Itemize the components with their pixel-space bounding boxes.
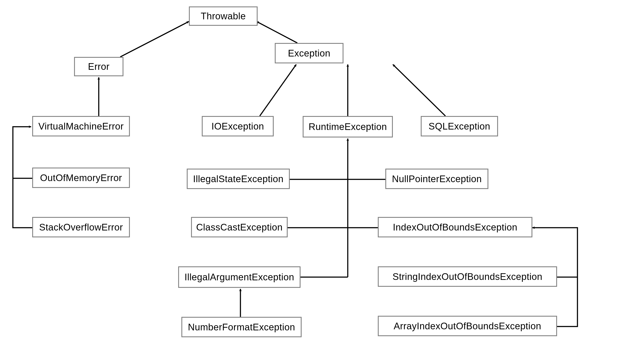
node-illegalargumentexception: IllegalArgumentException	[178, 266, 300, 288]
node-label: StackOverflowError	[39, 222, 123, 233]
node-sqlexception: SQLException	[421, 116, 498, 136]
node-numberformatexception: NumberFormatException	[182, 317, 302, 337]
edge-error-throwable	[120, 22, 189, 57]
node-throwable: Throwable	[189, 7, 258, 26]
node-classcastexception: ClassCastException	[191, 217, 288, 237]
node-label: IllegalArgumentException	[184, 272, 294, 282]
node-exception: Exception	[275, 43, 344, 63]
node-label: StringIndexOutOfBoundsException	[393, 271, 542, 282]
node-label: ClassCastException	[196, 222, 283, 233]
node-arrayindexoutofboundsexception: ArrayIndexOutOfBoundsException	[378, 316, 557, 336]
node-stackoverflowerror: StackOverflowError	[32, 217, 130, 237]
node-ioexception: IOException	[202, 116, 274, 136]
node-illegalstateexception: IllegalStateException	[187, 169, 290, 189]
edge-soe-vme	[13, 127, 32, 228]
node-label: Error	[88, 61, 110, 72]
node-nullpointerexception: NullPointerException	[385, 169, 488, 189]
node-outofmemoryerror: OutOfMemoryError	[32, 168, 130, 188]
node-label: IndexOutOfBoundsException	[393, 222, 517, 233]
node-label: ArrayIndexOutOfBoundsException	[394, 321, 542, 331]
node-label: OutOfMemoryError	[40, 172, 122, 183]
node-indexoutofboundsexception: IndexOutOfBoundsException	[378, 217, 532, 237]
node-stringindexoutofboundsexception: StringIndexOutOfBoundsException	[378, 266, 557, 287]
node-label: SQLException	[428, 121, 490, 132]
node-label: VirtualMachineError	[38, 121, 124, 132]
node-label: IllegalStateException	[193, 174, 283, 184]
node-error: Error	[74, 57, 124, 76]
edge-ioexception-exception	[260, 65, 296, 116]
node-label: IOException	[212, 121, 264, 132]
node-label: Exception	[288, 48, 330, 59]
node-label: RuntimeException	[308, 121, 387, 132]
node-label: Throwable	[201, 11, 246, 22]
node-label: NumberFormatException	[188, 322, 295, 332]
node-runtimeexception: RuntimeException	[303, 116, 393, 138]
node-label: NullPointerException	[392, 174, 482, 184]
node-virtualmachineerror: VirtualMachineError	[32, 116, 130, 136]
edge-sqlexception-exception	[393, 65, 446, 116]
edge-exception-throwable	[256, 22, 297, 43]
diagram-canvas: Throwable Error Exception VirtualMachine…	[0, 0, 644, 354]
